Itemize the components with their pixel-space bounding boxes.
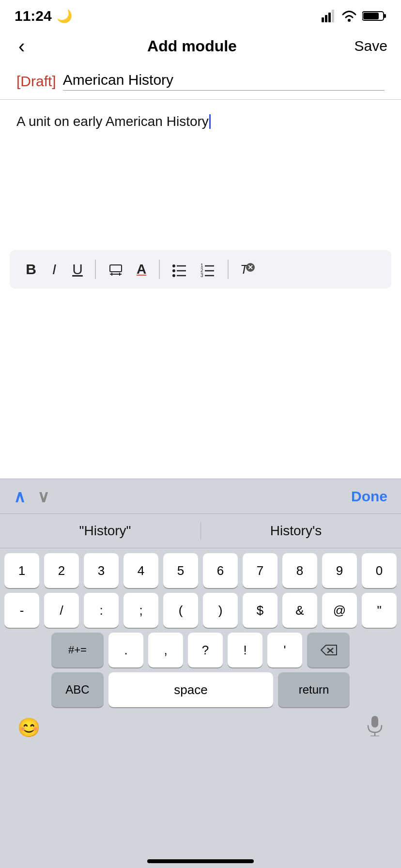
svg-text:3: 3 (200, 273, 203, 278)
description-content: A unit on early American History (16, 111, 209, 132)
underline-button[interactable]: U (68, 259, 87, 279)
key-9[interactable]: 9 (322, 553, 357, 588)
module-title-input[interactable] (63, 72, 385, 91)
svg-point-16 (172, 274, 175, 277)
svg-rect-6 (384, 14, 386, 18)
key-space[interactable]: space (108, 672, 273, 707)
svg-point-4 (348, 19, 351, 22)
highlight-button[interactable] (104, 259, 128, 279)
keyboard-nav: ∧ ∨ (14, 487, 49, 506)
key-4[interactable]: 4 (123, 553, 158, 588)
key-7[interactable]: 7 (243, 553, 278, 588)
key-5[interactable]: 5 (163, 553, 198, 588)
text-color-button[interactable]: A (132, 260, 151, 279)
key-6[interactable]: 6 (203, 553, 238, 588)
keyboard-bottom-bar: 😊 (3, 712, 398, 740)
back-button[interactable]: ‹ (14, 33, 30, 59)
key-1[interactable]: 1 (4, 553, 39, 588)
moon-icon: 🌙 (57, 9, 72, 24)
clear-group: T✕ (236, 260, 261, 279)
keyboard-row-bottom: ABC space return (3, 672, 398, 707)
svg-rect-7 (363, 13, 379, 19)
svg-rect-1 (325, 15, 327, 22)
svg-rect-8 (110, 265, 122, 272)
text-cursor (209, 114, 211, 129)
emoji-button[interactable]: 😊 (17, 717, 40, 738)
wifi-icon (341, 10, 357, 22)
keyboard-row-numbers: 1 2 3 4 5 6 7 8 9 0 (3, 553, 398, 588)
svg-point-14 (172, 269, 175, 272)
color-group: A (104, 259, 151, 279)
battery-icon (362, 10, 386, 22)
list-group: 1 2 3 (168, 259, 220, 279)
prev-field-button[interactable]: ∧ (14, 487, 26, 506)
predictive-item-1[interactable]: History's (200, 519, 391, 542)
numbered-list-icon: 1 2 3 (200, 261, 216, 278)
bold-button[interactable]: B (21, 259, 41, 279)
key-exclaim[interactable]: ! (228, 633, 262, 667)
key-semicolon[interactable]: ; (123, 593, 158, 628)
mic-button[interactable] (366, 715, 384, 740)
draft-label: [Draft] (16, 73, 56, 90)
page-title: Add module (147, 37, 237, 55)
clear-format-label: T✕ (240, 262, 257, 277)
svg-rect-0 (322, 17, 324, 22)
key-slash[interactable]: / (44, 593, 79, 628)
italic-button[interactable]: I (45, 259, 64, 279)
key-open-paren[interactable]: ( (163, 593, 198, 628)
toolbar-divider-2 (159, 260, 160, 279)
mic-icon (366, 715, 384, 736)
key-8[interactable]: 8 (282, 553, 317, 588)
signal-icon (322, 10, 336, 22)
key-3[interactable]: 3 (84, 553, 119, 588)
keyboard-row-special: #+= . , ? ! ' (3, 633, 398, 667)
save-button[interactable]: Save (355, 38, 387, 54)
key-ampersand[interactable]: & (282, 593, 317, 628)
predictive-item-0[interactable]: "History" (10, 519, 200, 542)
key-question[interactable]: ? (188, 633, 223, 667)
toolbar-divider-1 (95, 260, 96, 279)
key-abc[interactable]: ABC (51, 672, 104, 707)
module-title-area: [Draft] (0, 63, 401, 100)
numbered-list-button[interactable]: 1 2 3 (196, 259, 220, 279)
svg-point-12 (172, 264, 175, 267)
key-close-paren[interactable]: ) (203, 593, 238, 628)
backspace-key[interactable] (307, 633, 350, 667)
bullet-list-icon (171, 261, 188, 278)
svg-rect-2 (328, 13, 331, 22)
key-dash[interactable]: - (4, 593, 39, 628)
predictive-bar: "History" History's (0, 513, 401, 548)
keyboard: 1 2 3 4 5 6 7 8 9 0 - / : ; ( ) $ & @ " … (0, 548, 401, 868)
clear-format-button[interactable]: T✕ (236, 260, 261, 279)
svg-rect-3 (332, 10, 334, 22)
nav-bar: ‹ Add module Save (0, 29, 401, 63)
done-button[interactable]: Done (351, 488, 387, 505)
description-text: A unit on early American History (16, 111, 385, 132)
key-comma[interactable]: , (148, 633, 183, 667)
text-style-group: B I U (21, 259, 87, 279)
key-colon[interactable]: : (84, 593, 119, 628)
keyboard-toolbar: ∧ ∨ Done (0, 479, 401, 513)
key-quote[interactable]: " (362, 593, 397, 628)
next-field-button[interactable]: ∨ (37, 487, 49, 506)
key-apostrophe[interactable]: ' (267, 633, 302, 667)
key-period[interactable]: . (108, 633, 143, 667)
description-area[interactable]: A unit on early American History (0, 100, 401, 245)
status-bar: 11:24 🌙 (0, 0, 401, 29)
format-toolbar: B I U A (10, 250, 391, 289)
key-dollar[interactable]: $ (243, 593, 278, 628)
key-return[interactable]: return (278, 672, 350, 707)
text-color-label: A (137, 262, 146, 277)
key-0[interactable]: 0 (362, 553, 397, 588)
svg-rect-26 (371, 716, 378, 728)
status-icons (322, 10, 386, 22)
highlight-icon (108, 261, 124, 278)
status-time: 11:24 (15, 8, 52, 24)
key-2[interactable]: 2 (44, 553, 79, 588)
home-indicator (147, 859, 254, 863)
key-at[interactable]: @ (322, 593, 357, 628)
backspace-icon (319, 643, 338, 657)
bullet-list-button[interactable] (168, 259, 192, 279)
key-symbols-switch[interactable]: #+= (51, 633, 104, 667)
toolbar-divider-3 (228, 260, 229, 279)
